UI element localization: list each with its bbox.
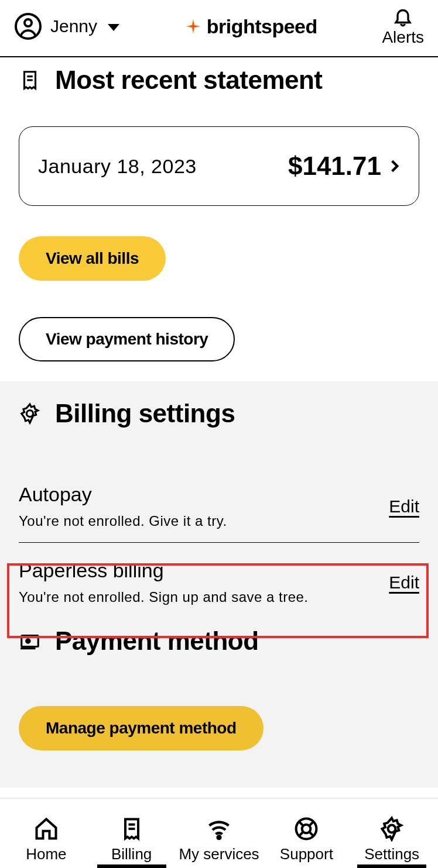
autopay-title: Autopay bbox=[19, 483, 227, 506]
alerts-button[interactable]: Alerts bbox=[382, 6, 424, 47]
section-statement: Most recent statement January 18, 2023 $… bbox=[0, 57, 438, 381]
billing-icon bbox=[119, 816, 145, 842]
statement-date: January 18, 2023 bbox=[38, 155, 197, 178]
svg-point-10 bbox=[218, 836, 221, 839]
nav-billing[interactable]: Billing bbox=[94, 816, 170, 867]
nav-support-label: Support bbox=[280, 845, 333, 863]
nav-support[interactable]: Support bbox=[268, 816, 344, 867]
nav-settings[interactable]: Settings bbox=[354, 816, 430, 867]
alerts-label: Alerts bbox=[382, 28, 424, 47]
bottom-nav: Home Billing My services Support bbox=[0, 798, 438, 868]
gear-icon bbox=[19, 402, 41, 425]
nav-settings-label: Settings bbox=[364, 845, 419, 863]
brand-logo[interactable]: brightspeed bbox=[184, 15, 317, 38]
support-icon bbox=[293, 816, 319, 842]
brand-mark-icon bbox=[184, 18, 202, 35]
chevron-right-icon bbox=[387, 159, 402, 174]
svg-line-14 bbox=[310, 821, 314, 825]
statement-card[interactable]: January 18, 2023 $141.71 bbox=[19, 126, 419, 206]
nav-home[interactable]: Home bbox=[8, 816, 84, 867]
autopay-desc: You're not enrolled. Give it a try. bbox=[19, 513, 227, 529]
paperless-setting-row: Paperless billing You're not enrolled. S… bbox=[19, 559, 419, 618]
section-payment-method: Payment method Manage payment method bbox=[0, 618, 438, 788]
home-icon bbox=[33, 816, 59, 842]
manage-payment-method-button[interactable]: Manage payment method bbox=[19, 706, 264, 750]
profile-icon bbox=[14, 12, 42, 40]
svg-line-13 bbox=[299, 821, 303, 825]
payment-method-title: Payment method bbox=[55, 626, 259, 656]
nav-services[interactable]: My services bbox=[179, 816, 259, 867]
app-header: Jenny brightspeed Alerts bbox=[0, 0, 438, 57]
svg-line-15 bbox=[299, 832, 303, 836]
svg-line-16 bbox=[310, 832, 314, 836]
autopay-setting-row: Autopay You're not enrolled. Give it a t… bbox=[19, 483, 419, 543]
user-menu[interactable]: Jenny bbox=[14, 12, 119, 40]
view-all-bills-button[interactable]: View all bills bbox=[19, 236, 166, 281]
receipt-icon bbox=[19, 69, 41, 91]
svg-point-6 bbox=[26, 639, 30, 643]
billing-settings-title: Billing settings bbox=[55, 399, 235, 428]
statement-section-title: Most recent statement bbox=[55, 66, 323, 95]
nav-home-label: Home bbox=[26, 845, 66, 863]
nav-billing-label: Billing bbox=[111, 845, 152, 863]
user-name-label: Jenny bbox=[50, 16, 97, 36]
svg-point-1 bbox=[25, 19, 32, 26]
paperless-edit-link[interactable]: Edit bbox=[389, 573, 419, 593]
statement-amount: $141.71 bbox=[288, 151, 381, 181]
nav-services-label: My services bbox=[179, 845, 259, 863]
section-billing-settings: Billing settings Autopay You're not enro… bbox=[0, 381, 438, 618]
brand-name: brightspeed bbox=[207, 15, 317, 38]
chevron-down-icon bbox=[108, 24, 119, 31]
autopay-edit-link[interactable]: Edit bbox=[389, 497, 419, 516]
bell-icon bbox=[392, 6, 413, 27]
payment-icon bbox=[19, 630, 41, 652]
view-payment-history-button[interactable]: View payment history bbox=[19, 317, 235, 361]
settings-icon bbox=[379, 816, 405, 842]
paperless-desc: You're not enrolled. Sign up and save a … bbox=[19, 589, 309, 605]
paperless-title: Paperless billing bbox=[19, 559, 309, 582]
wifi-icon bbox=[206, 816, 232, 842]
svg-point-12 bbox=[302, 825, 311, 833]
